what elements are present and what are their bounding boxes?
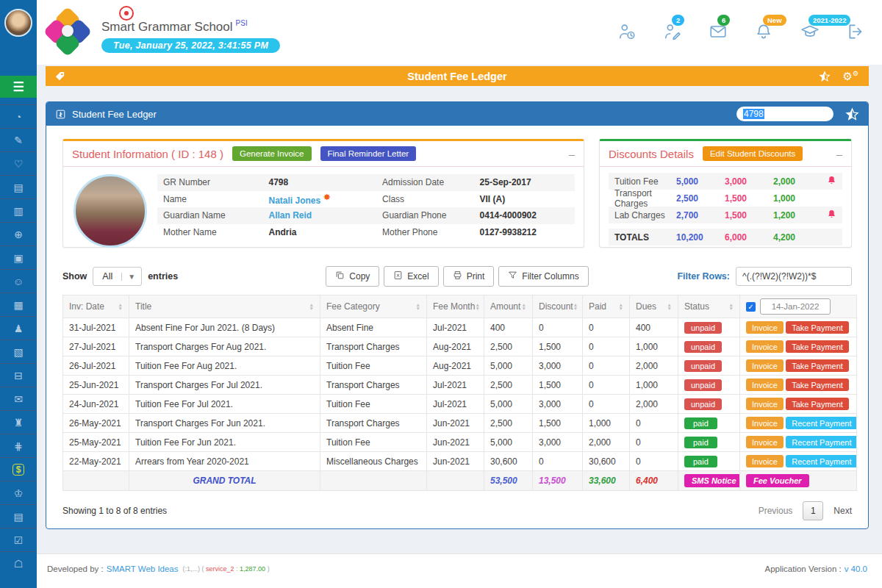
sidebar-item-student[interactable]: ☺ [0, 269, 37, 293]
sidebar-item-student-edit[interactable]: ✎ [0, 128, 37, 151]
user-clock-icon[interactable] [617, 22, 637, 41]
excel-button[interactable]: Excel [384, 266, 438, 287]
menu-toggle-button[interactable]: ☰ [0, 76, 37, 98]
column-header-fee-month[interactable]: Fee Month▲▼ [427, 295, 484, 318]
field-label: Guardian Name [163, 210, 269, 220]
status-badge: unpaid [684, 379, 722, 391]
invoice-button[interactable]: Invoice [746, 455, 784, 467]
sidebar-item-fee-card[interactable]: ▤ [0, 175, 37, 198]
fee-title-link[interactable]: Transport Charges For Jul 2021. [129, 376, 320, 395]
settings-gears-icon[interactable]: ⚙⚙ [842, 70, 858, 83]
discount-cell: 3,000 [533, 395, 583, 414]
field-value[interactable]: Natali Jones✸ [269, 193, 383, 206]
sidebar-item-fee-mail[interactable]: ✉ [0, 387, 37, 410]
sidebar-item-dashboard[interactable]: ◔ [0, 104, 37, 128]
ledger-search-input[interactable]: 4798 [736, 107, 833, 121]
next-page-button[interactable]: Next [833, 506, 852, 516]
column-header-inv-date[interactable]: Inv: Date▲▼ [63, 295, 129, 318]
filter-rows-input[interactable] [736, 267, 852, 286]
sidebar-item-web-portal[interactable]: ⊕ [0, 222, 37, 245]
column-header-status[interactable]: Status▲▼ [678, 295, 740, 318]
fee-voucher-button[interactable]: Fee Voucher [746, 474, 809, 487]
page-title-bar: Student Fee Ledger ⚙⚙ [46, 66, 869, 86]
sidebar-item-calendar[interactable]: ▦ [0, 293, 37, 316]
invoice-button[interactable]: Invoice [746, 398, 784, 410]
filter-columns-button[interactable]: Filter Columns [498, 266, 588, 287]
recent-payment-button[interactable]: Recent Payment [786, 455, 856, 467]
fee-title-link[interactable]: Tuition Fee For Jun 2021. [129, 433, 320, 452]
user-avatar[interactable] [4, 9, 32, 37]
take-payment-button[interactable]: Take Payment [786, 398, 849, 410]
fee-title-link[interactable]: Absent Fine For Jun 2021. (8 Days) [129, 318, 320, 337]
panel-star-icon[interactable] [845, 107, 859, 121]
invoice-button[interactable]: Invoice [746, 379, 784, 391]
sidebar-item-tasks[interactable]: ☑ [0, 528, 37, 551]
sidebar-item-transport[interactable]: ⊟ [0, 363, 37, 387]
tag-icon[interactable] [54, 71, 65, 82]
fee-title-link[interactable]: Transport Charges For Jun 2021. [129, 414, 320, 433]
field-value[interactable]: Allan Reid [269, 210, 383, 220]
page-number-button[interactable]: 1 [803, 501, 823, 520]
session-icon[interactable]: 2021-2022 [800, 22, 820, 41]
column-header-fee-category[interactable]: Fee Category▲▼ [320, 295, 427, 318]
column-header-dues[interactable]: Dues▲▼ [630, 295, 678, 318]
recent-payment-button[interactable]: Recent Payment [786, 417, 856, 429]
sidebar-item-staff[interactable]: ♔ [0, 481, 37, 504]
fee-title-link[interactable]: Tuition Fee For Aug 2021. [129, 356, 320, 376]
edit-discounts-button[interactable]: Edit Student Discounts [703, 146, 803, 161]
take-payment-button[interactable]: Take Payment [786, 359, 849, 372]
previous-page-button[interactable]: Previous [759, 506, 793, 516]
collapse-student-card-button[interactable]: – [569, 148, 575, 159]
take-payment-button[interactable]: Take Payment [786, 379, 849, 391]
print-button[interactable]: Print [443, 266, 495, 287]
messages-icon[interactable]: 6 [709, 22, 728, 41]
column-header-paid[interactable]: Paid▲▼ [583, 295, 630, 318]
fee-title-link[interactable]: Transport Charges For Aug 2021. [129, 337, 320, 356]
grand-total-discount: 13,500 [533, 471, 583, 491]
fee-table-row: 24-Jun-2021Tuition Fee For Jul 2021.Tuit… [63, 395, 857, 414]
column-header-discount[interactable]: Discount▲▼ [533, 295, 583, 318]
date-filter-checkbox[interactable]: ✓ [746, 302, 756, 312]
take-payment-button[interactable]: Take Payment [786, 321, 849, 334]
sidebar-item-graduation[interactable]: ☖ [0, 551, 37, 575]
sms-notice-button[interactable]: SMS Notice [684, 474, 740, 487]
fee-title-link[interactable]: Arrears from Year 2020-2021 [129, 452, 320, 471]
date-filter-input[interactable] [760, 298, 831, 315]
user-edit-icon[interactable]: 2 [663, 22, 682, 41]
sidebar-item-id-card[interactable]: ▥ [0, 198, 37, 222]
sidebar-item-certificate[interactable]: ▤ [0, 504, 37, 528]
library-icon: ⋕ [14, 440, 23, 452]
fee-title-link[interactable]: Tuition Fee For Jul 2021. [129, 395, 320, 414]
sidebar-item-campus[interactable]: ♜ [0, 410, 37, 434]
recent-payment-button[interactable]: Recent Payment [786, 436, 856, 448]
generate-invoice-button[interactable]: Generate Invoice [232, 146, 312, 161]
favorite-star-icon[interactable] [819, 71, 831, 82]
invoice-button[interactable]: Invoice [746, 340, 784, 353]
page-footer: Developed by : SMART Web Ideas (:1,...) … [37, 553, 882, 588]
column-header-title[interactable]: Title▲▼ [129, 295, 320, 318]
column-header-amount[interactable]: Amount▲▼ [484, 295, 533, 318]
sidebar-item-fee-ledger[interactable]: $ [0, 457, 37, 481]
field-value: 4798 [269, 177, 383, 187]
invoice-button[interactable]: Invoice [746, 417, 784, 429]
reminder-bell-icon[interactable] [827, 211, 836, 221]
sidebar-item-teacher[interactable]: ♟ [0, 316, 37, 340]
logout-icon[interactable] [847, 22, 866, 41]
sidebar-item-gallery[interactable]: ▧ [0, 340, 37, 363]
student-info-title: Student Information ( ID : 148 ) [72, 148, 223, 160]
campus-icon: ♜ [14, 417, 24, 429]
invoice-button[interactable]: Invoice [746, 436, 784, 448]
collapse-discounts-card-button[interactable]: – [836, 148, 842, 159]
notifications-icon[interactable]: New [754, 22, 773, 41]
take-payment-button[interactable]: Take Payment [786, 340, 849, 353]
developer-link[interactable]: SMART Web Ideas [107, 564, 179, 573]
teacher-icon: ♟ [14, 323, 24, 334]
invoice-button[interactable]: Invoice [746, 321, 784, 334]
reminder-bell-icon[interactable] [827, 177, 836, 187]
sidebar-item-health[interactable]: ♡ [0, 151, 37, 175]
copy-button[interactable]: Copy [326, 266, 379, 287]
sidebar-item-clipboard[interactable]: ▣ [0, 245, 37, 269]
invoice-button[interactable]: Invoice [746, 359, 784, 372]
sidebar-item-library[interactable]: ⋕ [0, 434, 37, 457]
final-reminder-button[interactable]: Final Reminder Letter [320, 146, 417, 161]
